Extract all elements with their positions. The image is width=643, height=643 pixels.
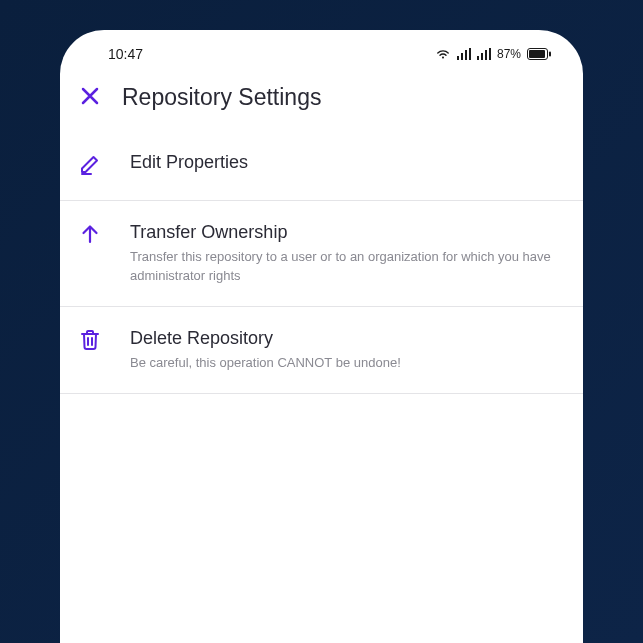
item-content: Transfer Ownership Transfer this reposit… [130, 221, 565, 286]
item-subtitle: Be careful, this operation CANNOT be und… [130, 354, 565, 373]
header: Repository Settings [60, 70, 583, 129]
item-subtitle: Transfer this repository to a user or to… [130, 248, 565, 286]
item-content: Edit Properties [130, 151, 565, 174]
trash-icon [78, 328, 102, 352]
signal-icon-2 [477, 48, 491, 60]
svg-rect-5 [481, 53, 483, 60]
svg-rect-7 [489, 48, 491, 60]
item-title: Transfer Ownership [130, 221, 565, 244]
wifi-icon [435, 48, 451, 60]
signal-icon [457, 48, 471, 60]
edit-icon [78, 152, 102, 176]
transfer-ownership-item[interactable]: Transfer Ownership Transfer this reposit… [60, 201, 583, 307]
battery-percentage: 87% [497, 47, 521, 61]
item-title: Delete Repository [130, 327, 565, 350]
edit-properties-item[interactable]: Edit Properties [60, 129, 583, 201]
phone-frame: 10:47 [60, 30, 583, 643]
page-title: Repository Settings [122, 84, 321, 111]
svg-rect-3 [469, 48, 471, 60]
status-bar: 10:47 [60, 30, 583, 70]
svg-rect-0 [457, 56, 459, 60]
close-button[interactable] [78, 86, 102, 110]
battery-icon [527, 48, 551, 60]
item-content: Delete Repository Be careful, this opera… [130, 327, 565, 373]
status-time: 10:47 [108, 46, 143, 62]
svg-rect-2 [465, 50, 467, 60]
svg-rect-1 [461, 53, 463, 60]
svg-rect-10 [549, 52, 551, 57]
svg-rect-4 [477, 56, 479, 60]
delete-repository-item[interactable]: Delete Repository Be careful, this opera… [60, 307, 583, 394]
settings-list: Edit Properties Transfer Ownership Trans… [60, 129, 583, 394]
status-right: 87% [435, 47, 551, 61]
arrow-up-icon [78, 222, 102, 246]
close-icon [80, 86, 100, 110]
svg-rect-9 [529, 50, 545, 58]
item-title: Edit Properties [130, 151, 565, 174]
svg-rect-6 [485, 50, 487, 60]
